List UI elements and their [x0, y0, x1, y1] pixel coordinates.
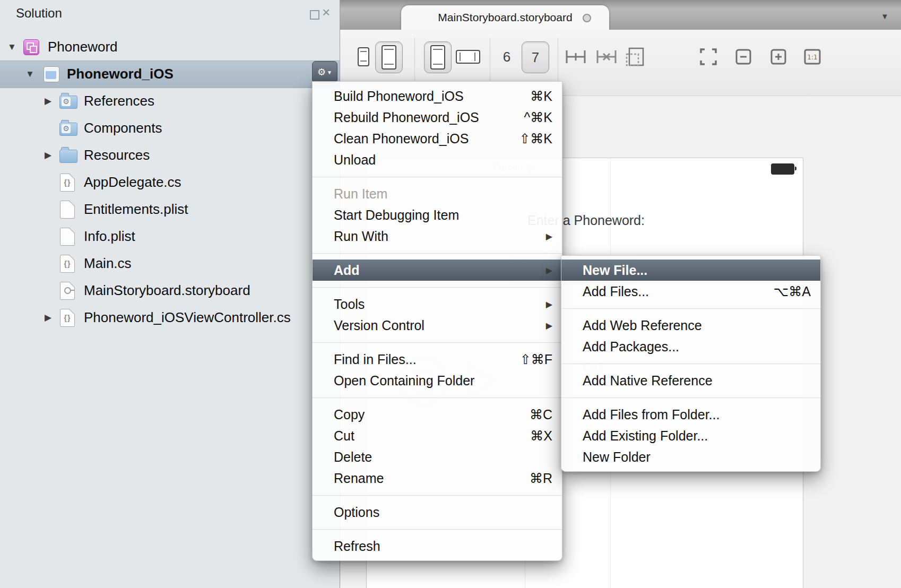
- zoom-actual-size-button[interactable]: 1:1: [801, 41, 824, 72]
- shortcut: ⌥⌘A: [774, 284, 811, 299]
- menu-item-refresh[interactable]: Refresh: [313, 535, 562, 557]
- submenu-arrow-icon: ▶: [546, 299, 552, 309]
- menu-item-rebuild[interactable]: Rebuild Phoneword_iOS^⌘K: [313, 107, 562, 128]
- tab-modified-icon[interactable]: [583, 14, 591, 22]
- menu-item-tools[interactable]: Tools▶: [313, 293, 562, 315]
- submenu-item-new-folder[interactable]: New Folder: [561, 446, 820, 468]
- submenu-arrow-icon: ▶: [546, 231, 552, 241]
- size-iphone4-button[interactable]: [375, 41, 403, 73]
- submenu-item-add-files[interactable]: Add Files...⌥⌘A: [561, 281, 820, 302]
- references-folder-icon: ⚙: [59, 96, 77, 109]
- code-file-icon: {}: [60, 174, 75, 192]
- submenu-arrow-icon: ▶: [546, 265, 552, 275]
- disclosure-collapsed-icon[interactable]: ▶: [45, 312, 51, 323]
- project-gear-dropdown-button[interactable]: ⚙▼: [312, 61, 337, 83]
- tree-item-label: MainStoryboard.storyboard: [84, 282, 250, 299]
- constraint-add-button[interactable]: [563, 41, 588, 72]
- menu-separator: [313, 523, 562, 535]
- shortcut: ^⌘K: [524, 110, 552, 125]
- menu-item-clean[interactable]: Clean Phoneword_iOS⇧⌘K: [313, 128, 562, 149]
- menu-item-run-with[interactable]: Run With▶: [313, 226, 562, 247]
- menu-item-delete[interactable]: Delete: [313, 446, 562, 468]
- menu-separator: [561, 357, 820, 370]
- submenu-item-add-files-from-folder[interactable]: Add Files from Folder...: [561, 404, 820, 425]
- tree-item-label: References: [84, 93, 154, 109]
- ios-version-6-button[interactable]: 6: [497, 41, 516, 72]
- disclosure-expanded-icon[interactable]: ▼: [25, 69, 34, 80]
- shortcut: ⌘K: [530, 89, 552, 104]
- disclosure-collapsed-icon[interactable]: ▶: [45, 150, 51, 161]
- menu-item-rename[interactable]: Rename⌘R: [313, 468, 562, 489]
- tree-item-label: Phoneword_iOSViewController.cs: [84, 309, 291, 326]
- gear-icon: ⚙: [317, 66, 326, 78]
- gear-badge-icon: ⚙: [62, 124, 71, 133]
- menu-separator: [561, 391, 820, 404]
- menu-separator: [313, 170, 562, 183]
- shortcut: ⌘R: [530, 471, 552, 486]
- menu-separator: [313, 247, 562, 260]
- submenu-item-add-web-reference[interactable]: Add Web Reference: [561, 315, 820, 336]
- menu-separator: [313, 489, 562, 501]
- file-icon: [60, 228, 75, 246]
- menu-item-unload[interactable]: Unload: [313, 149, 562, 170]
- submenu-item-add-packages[interactable]: Add Packages...: [561, 336, 820, 357]
- menu-item-run-item: Run Item: [313, 183, 562, 204]
- chevron-down-icon: ▼: [327, 70, 332, 75]
- solution-pad: Solution × ▼ Phoneword ▼ Phoneword_iOS ▶…: [0, 0, 340, 588]
- disclosure-collapsed-icon[interactable]: ▶: [45, 96, 51, 107]
- zoom-out-button[interactable]: [732, 41, 755, 72]
- tab-mainstoryboard[interactable]: MainStoryboard.storyboard: [401, 5, 609, 30]
- menu-separator: [313, 281, 562, 293]
- menu-item-open-containing-folder[interactable]: Open Containing Folder: [313, 370, 562, 391]
- menu-item-build[interactable]: Build Phoneword_iOS⌘K: [313, 85, 562, 107]
- submenu-item-add-existing-folder[interactable]: Add Existing Folder...: [561, 425, 820, 446]
- constraint-remove-button[interactable]: [594, 41, 619, 72]
- project-icon: [44, 66, 59, 82]
- add-submenu: New File... Add Files...⌥⌘A Add Web Refe…: [561, 255, 821, 472]
- code-file-icon: {}: [60, 309, 75, 327]
- battery-icon: [771, 163, 794, 175]
- ios-version-6-label: 6: [503, 49, 510, 65]
- orientation-portrait-button[interactable]: [424, 41, 452, 73]
- project-context-menu: Build Phoneword_iOS⌘K Rebuild Phoneword_…: [312, 81, 562, 561]
- solution-icon: [23, 39, 39, 55]
- tab-title: MainStoryboard.storyboard: [438, 11, 572, 24]
- menu-separator: [313, 336, 562, 349]
- shortcut: ⇧⌘K: [519, 131, 552, 146]
- zoom-in-button[interactable]: [767, 41, 790, 72]
- components-folder-icon: ⚙: [59, 123, 77, 136]
- zoom-fit-button[interactable]: [697, 41, 720, 72]
- tree-item-label: Phoneword: [48, 39, 118, 55]
- orientation-landscape-button[interactable]: [455, 41, 481, 72]
- menu-item-add[interactable]: Add▶: [313, 260, 562, 281]
- disclosure-expanded-icon[interactable]: ▼: [7, 42, 16, 53]
- svg-text:1:1: 1:1: [807, 54, 817, 61]
- shortcut: ⇧⌘F: [520, 352, 552, 367]
- tab-list-chevron-icon[interactable]: ▼: [881, 12, 889, 21]
- ios-version-7-label: 7: [532, 49, 539, 66]
- menu-item-cut[interactable]: Cut⌘X: [313, 425, 562, 446]
- tree-item-label: Phoneword_iOS: [67, 66, 174, 82]
- close-pane-icon[interactable]: ×: [322, 4, 330, 21]
- shortcut: ⌘C: [530, 407, 552, 422]
- tree-item-label: Info.plist: [84, 228, 135, 245]
- submenu-item-new-file[interactable]: New File...: [561, 260, 820, 281]
- menu-item-find-in-files[interactable]: Find in Files...⇧⌘F: [313, 349, 562, 370]
- menu-item-version-control[interactable]: Version Control▶: [313, 315, 562, 336]
- size-iphone35-button[interactable]: [352, 41, 375, 72]
- file-icon: [60, 201, 75, 219]
- gear-badge-icon: ⚙: [62, 97, 71, 106]
- tree-item-label: Entitlements.plist: [84, 201, 188, 218]
- submenu-item-add-native-reference[interactable]: Add Native Reference: [561, 370, 820, 391]
- menu-item-start-debugging[interactable]: Start Debugging Item: [313, 204, 562, 226]
- tree-item-label: Main.cs: [84, 255, 132, 272]
- ios-version-7-button[interactable]: 7: [522, 41, 549, 73]
- menu-item-copy[interactable]: Copy⌘C: [313, 404, 562, 425]
- float-pane-icon[interactable]: [310, 10, 319, 20]
- menu-separator: [313, 391, 562, 404]
- menu-separator: [561, 302, 820, 315]
- tree-item-label: AppDelegate.cs: [84, 174, 181, 191]
- folder-icon: [59, 150, 77, 163]
- constraint-frame-button[interactable]: [623, 41, 647, 72]
- menu-item-options[interactable]: Options: [313, 501, 562, 523]
